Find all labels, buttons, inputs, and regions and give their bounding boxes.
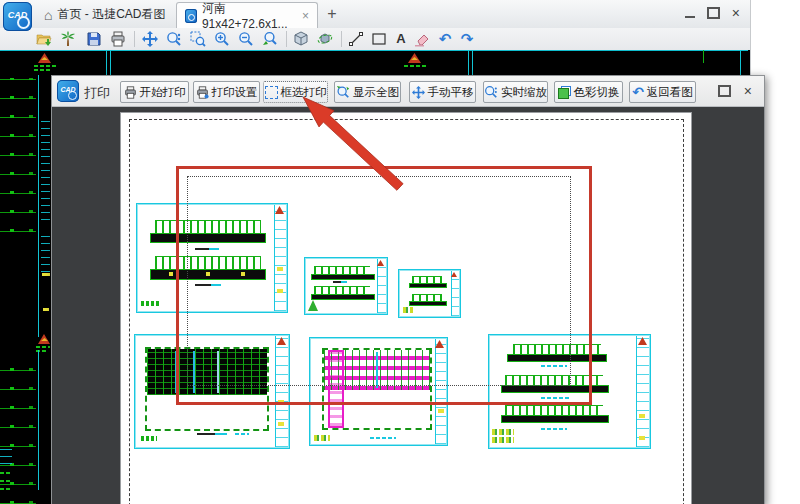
tab-home[interactable]: ⌂ 首页 - 迅捷CAD看图 <box>36 3 173 26</box>
fit-view-icon <box>336 85 350 99</box>
cad-sheet-border-line <box>0 50 748 51</box>
cad-text-mark <box>0 488 12 490</box>
print-dialog-titlebar: CAD 打印 开始打印 打印设置 框选打印 显示全图 手动平移 <box>52 76 764 107</box>
realtime-zoom-button[interactable]: 实时缩放 <box>483 81 548 103</box>
button-label: 框选打印 <box>281 85 327 100</box>
text-tool-icon[interactable]: A <box>393 31 409 47</box>
pan-icon <box>412 86 425 99</box>
cad-line <box>472 50 473 75</box>
marquee-select-icon <box>265 86 278 99</box>
app-titlebar: CAD ⌂ 首页 - 迅捷CAD看图 河南91x42+72.6x1... × +… <box>0 0 750 29</box>
dialog-logo-text: CAD <box>60 86 75 93</box>
zoom-in-icon[interactable] <box>214 31 230 47</box>
manual-pan-button[interactable]: 手动平移 <box>409 81 476 103</box>
save-icon[interactable] <box>86 31 102 47</box>
color-switch-icon <box>558 86 571 99</box>
cad-text-column <box>0 446 12 464</box>
cad-line <box>110 50 111 75</box>
cad-text-mark <box>36 346 50 348</box>
start-print-button[interactable]: 开始打印 <box>120 81 189 103</box>
cad-line <box>38 350 39 490</box>
main-toolbar: A ↶ ↷ <box>0 28 750 51</box>
button-label: 色彩切换 <box>574 85 620 100</box>
cad-text-mark <box>404 65 428 67</box>
home-icon: ⌂ <box>44 8 52 22</box>
close-icon[interactable]: × <box>732 7 740 19</box>
print-preview-paper[interactable] <box>121 113 691 504</box>
cad-text-mark <box>34 65 56 67</box>
button-label: 开始打印 <box>140 85 186 100</box>
dialog-maximize-icon[interactable] <box>718 85 731 97</box>
cad-text-column <box>41 116 50 220</box>
cad-title-logo <box>408 53 421 63</box>
box-select-print-button[interactable]: 框选打印 <box>263 81 328 103</box>
line-tool-icon[interactable] <box>348 31 364 47</box>
open-file-icon[interactable] <box>36 31 52 47</box>
show-full-view-button[interactable]: 显示全图 <box>334 81 401 103</box>
button-label: 显示全图 <box>353 85 399 100</box>
cad-grid-marks <box>29 362 33 504</box>
tab-document-label: 河南91x42+72.6x1... <box>202 0 295 31</box>
cad-line <box>106 50 107 75</box>
cad-highlight <box>42 273 50 276</box>
minimize-icon[interactable] <box>685 16 695 18</box>
zoom-previous-icon[interactable] <box>262 31 278 47</box>
printer-icon <box>124 86 137 99</box>
cad-file-icon <box>185 9 197 23</box>
magnifier-icon <box>17 16 30 29</box>
cad-line <box>38 75 39 337</box>
undo-icon[interactable]: ↶ <box>437 31 453 47</box>
button-label: 打印设置 <box>212 85 258 100</box>
dialog-title: 打印 <box>84 84 110 102</box>
dialog-close-icon[interactable]: × <box>744 85 752 97</box>
maximize-icon[interactable] <box>707 7 720 19</box>
box-select-region-annotation <box>176 166 592 405</box>
zoom-window-icon[interactable] <box>190 31 206 47</box>
zoom-out-icon[interactable] <box>238 31 254 47</box>
cad-line <box>703 50 704 63</box>
toolbar-separator <box>341 31 342 47</box>
button-label: 实时缩放 <box>501 85 547 100</box>
return-view-icon: ↶ <box>632 86 644 99</box>
app-logo-icon: CAD <box>3 2 32 31</box>
return-view-button[interactable]: ↶ 返回看图 <box>629 81 696 103</box>
cad-grid-marks <box>10 78 14 232</box>
cad-text-mark <box>0 480 10 482</box>
print-settings-icon <box>196 86 209 99</box>
tab-close-icon[interactable]: × <box>302 9 309 23</box>
button-label: 手动平移 <box>428 85 474 100</box>
cad-line <box>740 50 741 75</box>
cad-grid-marks <box>10 362 14 504</box>
view-3d-icon[interactable] <box>293 31 309 47</box>
tab-home-label: 首页 - 迅捷CAD看图 <box>57 6 165 23</box>
new-tab-button[interactable]: + <box>322 4 342 24</box>
cad-text-mark <box>34 69 52 71</box>
rect-tool-icon[interactable] <box>371 31 387 47</box>
cad-grid-marks <box>29 78 33 232</box>
toolbar-separator <box>286 31 287 47</box>
zoom-realtime-icon[interactable] <box>166 31 182 47</box>
button-label: 返回看图 <box>647 85 693 100</box>
redo-icon[interactable]: ↷ <box>459 31 475 47</box>
cad-title-logo <box>38 334 50 344</box>
print-icon[interactable] <box>110 31 126 47</box>
toolbar-separator <box>134 31 135 47</box>
orbit-3d-icon[interactable] <box>317 31 333 47</box>
pan-icon[interactable] <box>142 31 158 47</box>
tab-document[interactable]: 河南91x42+72.6x1... × <box>176 2 318 28</box>
title-block <box>636 336 649 447</box>
realtime-zoom-icon <box>484 85 498 99</box>
dialog-logo-icon: CAD <box>57 80 79 102</box>
cad-line <box>468 50 469 75</box>
cad-text-mark <box>0 472 12 474</box>
cad-text-column <box>41 232 50 272</box>
color-switch-button[interactable]: 色彩切换 <box>554 81 623 103</box>
cad-highlight <box>43 308 49 311</box>
insert-image-icon[interactable] <box>60 31 76 47</box>
screen: CAD ⌂ 首页 - 迅捷CAD看图 河南91x42+72.6x1... × +… <box>0 0 800 504</box>
print-settings-button[interactable]: 打印设置 <box>193 81 260 103</box>
eraser-icon[interactable] <box>413 31 429 47</box>
print-dialog: CAD 打印 开始打印 打印设置 框选打印 显示全图 手动平移 <box>51 75 765 504</box>
cad-title-logo <box>38 53 51 63</box>
